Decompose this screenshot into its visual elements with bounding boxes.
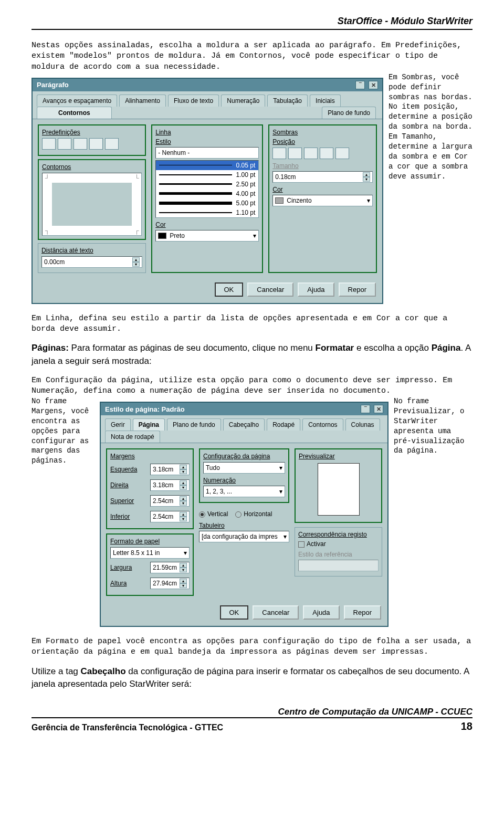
tab-alinhamento[interactable]: Alinhamento: [119, 95, 166, 107]
config-pagina-group: Configuração da página Tudo▾ Numeração 1…: [199, 448, 289, 503]
formato-papel-group: Formato de papel Letter 8.5 x 11 in▾ Lar…: [106, 533, 194, 596]
superior-input[interactable]: 2.54cm▴▾: [150, 495, 190, 507]
tab-numeracao[interactable]: Numeração: [221, 95, 265, 107]
tamanho-value: 0.18cm: [275, 173, 296, 181]
close-icon[interactable]: ✕: [374, 405, 383, 413]
close-icon[interactable]: ✕: [369, 81, 378, 89]
reset-button[interactable]: Repor: [339, 282, 376, 297]
largura-input[interactable]: 21.59cm▴▾: [150, 562, 190, 573]
inferior-input[interactable]: 2.54cm▴▾: [150, 511, 190, 522]
linha-label: Linha: [155, 129, 259, 136]
shadow-none-icon[interactable]: [272, 148, 286, 159]
estilo-select[interactable]: - Nenhum -: [155, 147, 259, 159]
altura-label: Altura: [110, 580, 147, 587]
reset-button[interactable]: Repor: [344, 605, 381, 620]
paragraph-dialog: Parágrafo ‾ ✕ Avanços e espaçamento Alin…: [32, 78, 383, 304]
tab-gerir[interactable]: Gerir: [105, 418, 131, 431]
chevron-down-icon[interactable]: ▾: [253, 232, 256, 239]
direita-label: Direita: [110, 481, 147, 489]
linha-group: Linha Estilo - Nenhum - 0.05 pt 1.00 pt …: [151, 124, 263, 273]
activar-checkbox[interactable]: Activar: [298, 540, 379, 548]
numeracao-select[interactable]: 1, 2, 3, ...▾: [203, 486, 285, 497]
direita-input[interactable]: 3.18cm▴▾: [150, 479, 190, 491]
minimize-icon[interactable]: ‾: [355, 81, 365, 89]
tab-nota-rodape[interactable]: Nota de rodapé: [105, 431, 160, 443]
side-note-margens: No frame Margens, você encontra as opçõe…: [32, 396, 94, 466]
tabuleiro-select[interactable]: [da configuração da impres▾: [199, 531, 289, 542]
config-select[interactable]: Tudo▾: [203, 462, 285, 474]
shadow-tr-icon[interactable]: [304, 148, 318, 159]
line-width-list[interactable]: 0.05 pt 1.00 pt 2.50 pt 4.00 pt 5.00 pt …: [155, 160, 259, 218]
chevron-down-icon[interactable]: ▾: [184, 549, 187, 557]
tabuleiro-label: Tabuleiro: [199, 522, 236, 529]
shadow-br-icon[interactable]: [335, 148, 349, 159]
footer-center: Centro de Computação da UNICAMP - CCUEC: [32, 707, 472, 717]
largura-label: Largura: [110, 564, 147, 571]
tab-contornos[interactable]: Contornos: [37, 107, 112, 119]
distancia-input[interactable]: 0.00cm ▴▾: [41, 256, 142, 268]
tab-rodape[interactable]: Rodapé: [267, 418, 300, 431]
esquerda-label: Esquerda: [110, 466, 147, 473]
tab-plano-fundo[interactable]: Plano de fundo: [322, 107, 376, 119]
cabecalho-paragraph: Utilize a tag Cabeçalho da configuração …: [32, 665, 472, 691]
sombras-group: Sombras Posição Tamanho 0.18cm ▴▾: [268, 124, 377, 273]
cor-select[interactable]: Preto ▾: [155, 230, 259, 242]
chevron-down-icon[interactable]: ▾: [367, 197, 370, 204]
shadow-tl-icon[interactable]: [288, 148, 302, 159]
spin-down-icon[interactable]: ▾: [363, 177, 370, 182]
predefinicoes-label: Predefinições: [42, 129, 142, 136]
previsualizar-group: Previsualizar: [295, 448, 382, 523]
spin-down-icon[interactable]: ▾: [132, 262, 140, 267]
line-option[interactable]: 2.50 pt: [156, 180, 258, 189]
chevron-down-icon[interactable]: ▾: [279, 464, 282, 471]
shadow-bl-icon[interactable]: [320, 148, 333, 159]
chevron-down-icon[interactable]: ▾: [279, 488, 282, 495]
preset-vert-icon[interactable]: [74, 138, 87, 150]
line-option[interactable]: 5.00 pt: [156, 198, 258, 208]
horizontal-radio[interactable]: Horizontal: [235, 510, 272, 518]
tab-avancos[interactable]: Avanços e espaçamento: [37, 95, 117, 107]
side-note-previsualizar: No frame Previsualizar, o StarWriter apr…: [394, 396, 472, 456]
tab-tabulacao[interactable]: Tabulação: [267, 95, 308, 107]
minimize-icon[interactable]: ‾: [361, 405, 370, 413]
help-button[interactable]: Ajuda: [303, 605, 339, 620]
esquerda-input[interactable]: 3.18cm▴▾: [150, 464, 190, 475]
cancel-button[interactable]: Cancelar: [253, 605, 299, 620]
line-option[interactable]: 1.10 pt: [156, 208, 258, 217]
preset-all-icon[interactable]: [105, 138, 119, 150]
help-button[interactable]: Ajuda: [298, 282, 334, 297]
posicao-label: Posição: [272, 138, 373, 145]
cancel-button[interactable]: Cancelar: [247, 282, 293, 297]
tab-colunas[interactable]: Colunas: [345, 418, 380, 431]
line-option[interactable]: 0.05 pt: [156, 161, 258, 170]
tab-pagina[interactable]: Página: [133, 418, 165, 431]
distancia-value: 0.00cm: [44, 258, 65, 266]
tamanho-input[interactable]: 0.18cm ▴▾: [272, 171, 373, 183]
ok-button[interactable]: OK: [215, 282, 244, 297]
spin-up-icon[interactable]: ▴: [363, 172, 370, 177]
superior-label: Superior: [110, 497, 147, 505]
ok-button[interactable]: OK: [220, 605, 249, 620]
preset-box-icon[interactable]: [58, 138, 71, 150]
tab-iniciais[interactable]: Iniciais: [310, 95, 341, 107]
tab-fluxo[interactable]: Fluxo de texto: [168, 95, 219, 107]
line-option[interactable]: 4.00 pt: [156, 189, 258, 198]
tab-contornos[interactable]: Contornos: [302, 418, 343, 431]
chevron-down-icon[interactable]: ▾: [284, 533, 287, 540]
formato-select[interactable]: Letter 8.5 x 11 in▾: [110, 547, 190, 559]
contornos-preview[interactable]: ┘└ ┐┌: [42, 173, 142, 236]
tab-plano-fundo[interactable]: Plano de fundo: [167, 418, 221, 431]
post-note-linha: Em Linha, defina seu estilo a partir da …: [32, 313, 472, 335]
sombra-cor-label: Cor: [272, 186, 373, 193]
tab-cabecalho[interactable]: Cabeçalho: [223, 418, 265, 431]
line-option[interactable]: 1.00 pt: [156, 170, 258, 180]
sombra-cor-select[interactable]: Cinzento ▾: [272, 195, 373, 206]
estilo-ref-label: Estilo da referência: [298, 551, 379, 558]
orientacao-group: Vertical Horizontal Tabuleiro [da config…: [199, 507, 289, 544]
spin-up-icon[interactable]: ▴: [132, 257, 140, 262]
vertical-radio[interactable]: Vertical: [199, 510, 228, 518]
side-note-sombras: Em Sombras, você pode definir sombras na…: [388, 72, 472, 182]
preset-none-icon[interactable]: [42, 138, 56, 150]
preset-horiz-icon[interactable]: [89, 138, 103, 150]
altura-input[interactable]: 27.94cm▴▾: [150, 578, 190, 589]
